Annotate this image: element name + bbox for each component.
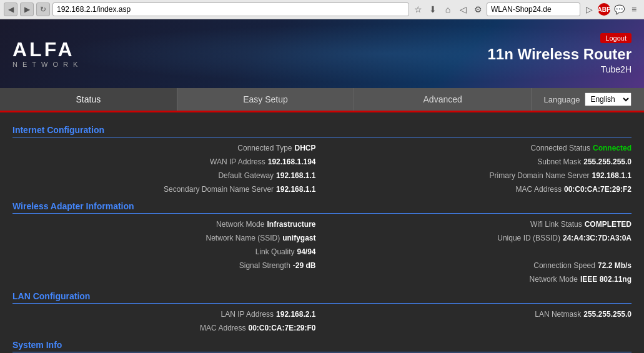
refresh-button[interactable]: ↻ [36,2,50,16]
empty-row2 [12,274,316,285]
bssid-row: Unique ID (BSSID) 24:A4:3C:7D:A3:0A [329,232,632,244]
lan-netmask-label: LAN Netmask [535,310,581,319]
lan-netmask-value: 255.255.255.0 [583,310,632,319]
connection-speed-row: Connection Speed 72.2 Mb/s [329,260,632,271]
signal-strength-value: -29 dB [293,261,316,270]
connection-speed-value: 72.2 Mb/s [598,261,632,270]
language-label: Language [544,95,580,104]
header-right: Logout 11n Wireless Router Tube2H [487,33,632,74]
lan-section-title: LAN Configuration [12,291,632,304]
network-mode2-row: Network Mode IEEE 802.11ng [329,274,632,285]
home-icon[interactable]: ⌂ [442,2,454,16]
back-button[interactable]: ◀ [4,2,17,16]
wifi-link-row: Wifi Link Status COMPLETED [329,219,632,230]
ssid-value: unifygast [282,234,315,242]
url-bar[interactable] [52,2,409,16]
wan-ip-value: 192.168.1.194 [268,157,316,166]
internet-grid: Connected Type DHCP Connected Status Con… [12,142,632,195]
connected-type-label: Connected Type [237,144,292,152]
lan-empty [329,322,632,334]
internet-mac-value: 00:C0:CA:7E:29:F2 [564,185,632,194]
router-nav: Status Easy Setup Advanced Language Engl… [0,88,644,112]
lan-mac-value: 00:C0:CA:7E:29:F0 [248,324,315,332]
link-quality-row: Link Quality 94/94 [12,246,316,257]
bssid-label: Unique ID (BSSID) [497,234,560,242]
wifi-link-value: COMPLETED [585,220,632,229]
primary-dns-row: Primary Domain Name Server 192.168.1.1 [329,170,632,181]
lan-mac-label: MAC Address [200,324,245,332]
signal-strength-label: Signal Strength [239,261,290,270]
network-mode-value: Infrastructure [267,220,315,229]
connected-status-row: Connected Status Connected [329,142,632,154]
connected-type-value: DHCP [294,144,315,152]
chat-icon[interactable]: 💬 [613,2,625,16]
secondary-dns-label: Secondary Domain Name Server [164,185,274,194]
subnet-mask-value: 255.255.255.0 [583,157,632,166]
download-icon[interactable]: ⬇ [427,2,439,16]
search-go-icon[interactable]: ▷ [583,2,595,16]
ssid-row: Network Name (SSID) unifygast [12,232,316,244]
secondary-dns-row: Secondary Domain Name Server 192.168.1.1 [12,184,316,195]
primary-dns-value: 192.168.1.1 [592,171,632,180]
router-title: 11n Wireless Router [487,46,632,63]
lan-ip-row: LAN IP Address 192.168.2.1 [12,309,316,320]
lan-ip-value: 192.168.2.1 [276,310,315,319]
lan-netmask-row: LAN Netmask 255.255.255.0 [329,309,632,320]
empty-row1 [329,246,632,257]
router-container: ALFA NETWORK Logout 11n Wireless Router … [0,19,644,353]
bookmark-icon[interactable]: ☆ [412,2,424,16]
internet-section-title: Internet Configuration [12,125,632,137]
default-gateway-value: 192.168.1.1 [276,171,315,180]
network-mode2-label: Network Mode [530,275,578,284]
wireless-grid: Network Mode Infrastructure Wifi Link St… [12,219,632,285]
wifi-link-label: Wifi Link Status [530,220,582,229]
secondary-dns-value: 192.168.1.1 [276,185,315,194]
router-header: ALFA NETWORK Logout 11n Wireless Router … [0,19,644,88]
lan-ip-label: LAN IP Address [221,310,274,319]
connected-type-row: Connected Type DHCP [12,142,316,154]
logo-text: ALFA [12,39,82,59]
wireless-section-title: Wireless Adapter Information [12,201,632,214]
internet-mac-label: MAC Address [516,185,562,194]
network-mode-label: Network Mode [216,220,264,229]
alfa-logo: ALFA NETWORK [12,39,82,68]
link-quality-value: 94/94 [297,247,315,256]
search-bar[interactable] [487,2,580,16]
tab-advanced[interactable]: Advanced [354,88,532,111]
connection-speed-label: Connection Speed [533,261,595,270]
bssid-value: 24:A4:3C:7D:A3:0A [563,234,632,242]
menu-icon[interactable]: ≡ [628,2,640,16]
router-model: Tube2H [487,64,632,74]
ssid-label: Network Name (SSID) [206,234,280,242]
forward-button[interactable]: ▶ [20,2,34,16]
tab-easy-setup[interactable]: Easy Setup [177,88,355,111]
wan-ip-label: WAN IP Address [210,157,265,166]
wan-ip-row: WAN IP Address 192.168.1.194 [12,156,316,167]
connected-status-label: Connected Status [531,144,590,152]
lan-grid: LAN IP Address 192.168.2.1 LAN Netmask 2… [12,309,632,334]
internet-mac-row: MAC Address 00:C0:CA:7E:29:F2 [329,184,632,195]
logo-subtitle: NETWORK [12,61,82,68]
network-mode2-value: IEEE 802.11ng [580,275,632,284]
router-content: Internet Configuration Connected Type DH… [0,112,644,353]
signal-strength-row: Signal Strength -29 dB [12,260,316,271]
logout-button[interactable]: Logout [600,33,632,43]
browser-chrome: ◀ ▶ ↻ ☆ ⬇ ⌂ ◁ ⚙ ▷ ABP 💬 ≡ [0,0,644,19]
primary-dns-label: Primary Domain Name Server [490,171,590,180]
lan-mac-row: MAC Address 00:C0:CA:7E:29:F0 [12,322,316,334]
adblock-icon[interactable]: ABP [598,3,610,16]
subnet-mask-row: Subnet Mask 255.255.255.0 [329,156,632,167]
language-selector-container: Language English Chinese German [532,88,644,111]
default-gateway-label: Default Gateway [218,171,274,180]
settings-icon[interactable]: ⚙ [472,2,484,16]
browser-toolbar: ◀ ▶ ↻ ☆ ⬇ ⌂ ◁ ⚙ ▷ ABP 💬 ≡ [0,0,644,19]
link-quality-label: Link Quality [255,247,295,256]
nav-icon[interactable]: ◁ [457,2,469,16]
tab-status[interactable]: Status [0,88,177,111]
default-gateway-row: Default Gateway 192.168.1.1 [12,170,316,181]
system-section-title: System Info [12,340,632,352]
subnet-mask-label: Subnet Mask [537,157,581,166]
network-mode-row: Network Mode Infrastructure [12,219,316,230]
connected-status-value: Connected [593,144,632,152]
language-select[interactable]: English Chinese German [585,92,632,106]
